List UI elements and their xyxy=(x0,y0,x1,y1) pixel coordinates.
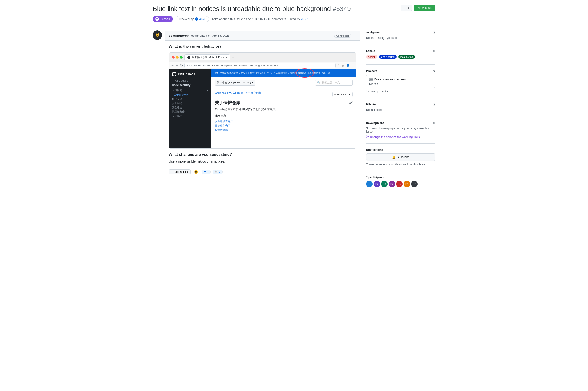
orange-circle-annotation xyxy=(295,68,314,78)
more-options-button[interactable]: ··· xyxy=(353,33,356,38)
language-selector[interactable]: 简体中文 (Simplified Chinese) ▾ xyxy=(215,80,255,86)
docs-content-area: 简体中文 (Simplified Chinese) ▾ 🔍 搜索主题、产品... xyxy=(211,77,356,136)
comment-author[interactable]: contributorcat xyxy=(169,34,189,37)
closed-badge: Closed xyxy=(153,16,173,22)
browser-tab: 关于保护仓库 - GitHub Docs × xyxy=(184,55,230,60)
emoji-reaction-button[interactable]: 🙂 xyxy=(192,169,200,175)
new-issue-button[interactable]: New issue xyxy=(414,5,435,11)
closed-projects-toggle[interactable]: 1 closed project ▾ xyxy=(366,90,435,93)
page-description: GitHub 提供了许多可帮助您保护仓库安全的方法。 xyxy=(215,107,278,111)
forward-button[interactable]: → xyxy=(175,64,179,67)
minimize-dot xyxy=(176,56,179,59)
new-tab-button[interactable]: + xyxy=(232,55,234,59)
browser-mockup: 关于保护仓库 - GitHub Docs × + ← → ↻ docs.gith… xyxy=(169,52,356,149)
development-gear-button[interactable]: ⚙ xyxy=(432,121,435,125)
milestone-title: Milestone ⚙ xyxy=(366,103,435,106)
anchor-icon xyxy=(349,101,352,105)
project-status[interactable]: Done ▾ xyxy=(369,82,432,85)
maximize-dot xyxy=(180,56,183,59)
participant-2[interactable]: P2 xyxy=(374,181,380,187)
comment-actions: Contributor ··· xyxy=(334,33,356,38)
all-products-link[interactable]: ← All products xyxy=(172,79,208,82)
docs-sidebar: GitHub Docs ← All products Code security… xyxy=(169,69,211,149)
page-title: 关于保护仓库 xyxy=(215,100,278,105)
toc-link-3[interactable]: 探索依赖项 xyxy=(215,128,278,132)
git-merge-icon xyxy=(366,135,369,139)
subscribe-subtitle: You're not receiving notifications from … xyxy=(366,163,435,166)
label-design[interactable]: design xyxy=(366,55,377,59)
participant-4[interactable]: P4 xyxy=(389,181,395,187)
add-tasklist-button[interactable]: + Add tasklist xyxy=(169,169,190,175)
assignees-title: Assignees ⚙ xyxy=(366,31,435,34)
project-card: Docs open source board Done ▾ xyxy=(366,75,435,88)
close-dot xyxy=(172,56,175,59)
toc-link-1[interactable]: 安全地设置仓库 xyxy=(215,119,278,123)
milestone-gear-button[interactable]: ⚙ xyxy=(432,103,435,106)
url-bar[interactable]: docs.github.com/cn/code-security/getting… xyxy=(184,63,336,68)
nav-sub-6[interactable]: 安全概述 xyxy=(172,114,208,118)
dropdown-icon: ▾ xyxy=(349,93,350,96)
comment-footer: + Add tasklist 🙂 ❤ 1 👀 2 xyxy=(165,167,360,177)
avatar: 🐱 xyxy=(153,30,162,40)
contributor-badge: Contributor xyxy=(334,34,351,38)
projects-section: Projects ⚙ Docs open source board Done ▾… xyxy=(366,69,435,98)
refresh-button[interactable]: ↻ xyxy=(180,64,183,67)
label-engineering[interactable]: engineering xyxy=(379,55,397,59)
closed-circle-check-icon xyxy=(155,17,159,21)
nav-sub-1[interactable]: 关于保护仓库 xyxy=(172,93,208,97)
participants-list: P1 P2 P3 P4 P5 P6 P7 xyxy=(366,181,435,187)
dropdown-chevron-icon: ▾ xyxy=(252,81,253,84)
docs-main-content: 我们经常发布文档更新，此页面的翻译可能仍在进行中。有关最新情报，请访问 如果此页… xyxy=(211,69,356,149)
participant-3[interactable]: P3 xyxy=(381,181,388,187)
nav-sub-4[interactable]: 安全通告 xyxy=(172,106,208,109)
edit-button[interactable]: Edit xyxy=(401,5,412,11)
participants-section: 7 participants P1 P2 P3 P4 P5 P6 P7 xyxy=(366,176,435,187)
labels-title: Labels ⚙ xyxy=(366,49,435,53)
getting-started-item[interactable]: 入门指南 xyxy=(172,89,182,92)
participant-5[interactable]: P5 xyxy=(396,181,403,187)
issue-header: Blue link text in notices is unreadable … xyxy=(153,5,435,13)
blue-banner: 我们经常发布文档更新，此页面的翻译可能仍在进行中。有关最新情报，请访问 如果此页… xyxy=(211,69,356,77)
nav-sub-3[interactable]: 安全编码 xyxy=(172,101,208,105)
back-button[interactable]: ← xyxy=(171,64,174,67)
labels-gear-button[interactable]: ⚙ xyxy=(432,49,435,53)
issue-title: Blue link text in notices is unreadable … xyxy=(153,5,397,13)
profile-icon: 👤 xyxy=(346,64,350,67)
lang-search-row: 简体中文 (Simplified Chinese) ▾ 🔍 搜索主题、产品... xyxy=(215,80,352,88)
notifications-title: Notifications xyxy=(366,148,435,152)
nav-sub-2[interactable]: 机密安全 xyxy=(172,97,208,101)
github-dropdown[interactable]: GitHub.com ▾ xyxy=(332,92,352,97)
toc-link-2[interactable]: 保护您的仓库 xyxy=(215,124,278,127)
comment-author-area: contributorcat commented on Apr 13, 2021 xyxy=(169,34,229,37)
nav-sub-5[interactable]: 供应链安全 xyxy=(172,110,208,113)
label-localization[interactable]: localization xyxy=(398,55,415,59)
page-content-mock: GitHub Docs ← All products Code security… xyxy=(169,69,356,149)
fixed-by-link[interactable]: #5781 xyxy=(301,17,308,21)
project-card-title: Docs open source board xyxy=(369,77,432,81)
heart-reaction[interactable]: ❤ 1 xyxy=(202,170,211,174)
breadcrumb: Code security / 入门指南 / 关于保护仓库 xyxy=(215,91,261,95)
pr-link[interactable]: Change the color of the warning links xyxy=(366,135,435,139)
participant-1[interactable]: P1 xyxy=(366,181,373,187)
participants-title: 7 participants xyxy=(366,176,435,179)
assignees-section: Assignees ⚙ No one—assign yourself xyxy=(366,31,435,44)
subscribe-button[interactable]: 🔔 Subscribe xyxy=(366,153,435,161)
issue-meta: zeke opened this issue on Apr 13, 2021 ·… xyxy=(212,17,309,21)
milestone-value: No milestone xyxy=(366,108,435,111)
menu-icon: ⋮ xyxy=(351,64,354,67)
eyes-reaction[interactable]: 👀 2 xyxy=(213,170,223,174)
projects-gear-button[interactable]: ⚙ xyxy=(432,69,435,73)
comment-card-header: contributorcat commented on Apr 13, 2021… xyxy=(165,31,360,41)
assignees-gear-button[interactable]: ⚙ xyxy=(432,31,435,34)
docs-search[interactable]: 🔍 搜索主题、产品... xyxy=(315,80,352,86)
tab-close-icon[interactable]: × xyxy=(225,56,227,59)
nav-group: 入门指南 ∧ xyxy=(172,89,208,92)
tracked-link[interactable]: #376 xyxy=(195,17,206,21)
svg-point-2 xyxy=(187,56,190,59)
development-title: Development ⚙ xyxy=(366,121,435,125)
participant-7[interactable]: P7 xyxy=(411,181,418,187)
participant-6[interactable]: P6 xyxy=(404,181,410,187)
assignees-value[interactable]: No one—assign yourself xyxy=(366,36,435,39)
browser-nav: ← → ↻ docs.github.com/cn/code-security/g… xyxy=(169,62,356,69)
behavior-heading: What is the current behavior? xyxy=(169,44,356,49)
